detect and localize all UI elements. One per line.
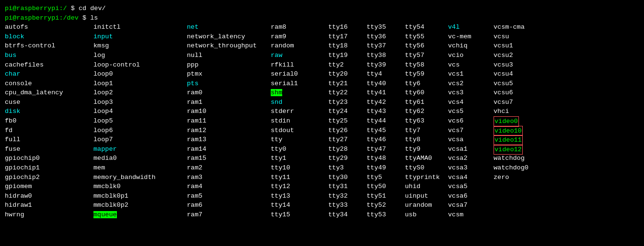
column-0: autofsblockbtrfs-controlbuscachefilescha… — [5, 22, 93, 219]
list-item: tty0 — [271, 145, 328, 154]
list-item: tty55 — [405, 32, 448, 42]
list-item: tty20 — [328, 69, 367, 79]
list-item: gpiochip2 — [5, 173, 93, 182]
list-item: tty10 — [271, 163, 328, 173]
list-item: vcsa2 — [448, 154, 494, 163]
list-item: usb — [405, 210, 448, 220]
list-item: tty60 — [405, 88, 448, 98]
list-item: gpiochip0 — [5, 154, 93, 163]
list-item: vcs6 — [448, 116, 494, 126]
list-item: vcs2 — [448, 79, 494, 89]
list-item: loop4 — [93, 107, 187, 116]
list-item: vcs4 — [448, 98, 494, 107]
list-item: tty46 — [367, 135, 405, 145]
list-item: tty42 — [367, 98, 405, 107]
list-item: video11 — [494, 135, 549, 145]
list-item: vcsa1 — [448, 145, 494, 154]
list-item: tty56 — [405, 41, 448, 51]
list-item: shm — [271, 88, 328, 98]
list-item: vcsm — [448, 210, 494, 220]
list-item: vcsa5 — [448, 182, 494, 191]
list-item: serial0 — [271, 69, 328, 79]
list-item: mmcblk0 — [93, 182, 187, 191]
list-item: loop5 — [93, 116, 187, 126]
list-item: vcsu5 — [494, 79, 549, 89]
list-item: network_latency — [187, 32, 271, 42]
list-item: tty26 — [328, 126, 367, 135]
list-item: tty43 — [367, 107, 405, 116]
list-item: fb0 — [5, 116, 93, 126]
list-item: disk — [5, 107, 93, 116]
list-item: input — [93, 32, 187, 42]
list-item: loop0 — [93, 69, 187, 79]
list-item: tty9 — [405, 145, 448, 154]
list-item: vcsu1 — [494, 41, 549, 51]
list-item: tty2 — [328, 60, 367, 70]
list-item: stdout — [271, 126, 328, 135]
list-item: tty28 — [328, 145, 367, 154]
list-item: vcs7 — [448, 126, 494, 135]
list-item: tty4 — [367, 69, 405, 79]
list-item: vchiq — [448, 41, 494, 51]
list-item: tty39 — [367, 60, 405, 70]
list-item: tty21 — [328, 79, 367, 89]
list-item: tty40 — [367, 79, 405, 89]
command-line-1: pi@raspberrypi:/ $ cd dev/ — [5, 4, 639, 13]
list-item: pts — [187, 79, 271, 89]
list-item: vc-mem — [448, 32, 494, 42]
list-item: gpiochip1 — [5, 163, 93, 173]
list-item: ttyprintk — [405, 173, 448, 182]
list-item: hidraw0 — [5, 191, 93, 201]
list-item: tty63 — [405, 116, 448, 126]
list-item: vcsu3 — [494, 60, 549, 70]
list-item: v4l — [448, 22, 494, 32]
list-item: ram2 — [187, 163, 271, 173]
list-item: mem — [93, 163, 187, 173]
list-item: vcsu — [494, 32, 549, 42]
list-item: tty8 — [405, 135, 448, 145]
column-1: initctlinputkmsglogloop-controlloop0loop… — [93, 22, 187, 219]
list-item: ppp — [187, 60, 271, 70]
prompt-1: pi@raspberrypi:/ — [5, 5, 67, 12]
prompt-2: pi@raspberrypi:/dev — [5, 14, 79, 22]
list-item: btrfs-control — [5, 41, 93, 51]
list-item: autofs — [5, 22, 93, 32]
list-item: tty33 — [328, 201, 367, 210]
list-item — [494, 201, 549, 210]
list-item: raw — [271, 51, 328, 60]
list-item: vcsa — [448, 135, 494, 145]
list-item: initctl — [93, 22, 187, 32]
list-item: tty3 — [328, 163, 367, 173]
list-item: net — [187, 22, 271, 32]
list-item: null — [187, 51, 271, 60]
list-item: kmsg — [93, 41, 187, 51]
list-item: tty58 — [405, 60, 448, 70]
list-item: tty47 — [367, 145, 405, 154]
list-item: tty59 — [405, 69, 448, 79]
list-item: ram12 — [187, 126, 271, 135]
column-3: ram8ram9randomrawrfkillserial0serial1shm… — [271, 22, 328, 219]
list-item: vcsa3 — [448, 163, 494, 173]
list-item: tty25 — [328, 116, 367, 126]
list-item: tty54 — [405, 22, 448, 32]
list-item: tty31 — [328, 182, 367, 191]
list-item: tty22 — [328, 88, 367, 98]
list-item: vcs — [448, 60, 494, 70]
list-item: tty35 — [367, 22, 405, 32]
terminal: pi@raspberrypi:/ $ cd dev/ pi@raspberryp… — [5, 4, 639, 220]
list-item: mmcblk0p1 — [93, 191, 187, 201]
column-5: tty35tty36tty37tty38tty39tty4tty40tty41t… — [367, 22, 405, 219]
list-item: tty36 — [367, 32, 405, 42]
list-item: cuse — [5, 98, 93, 107]
list-item: ram9 — [271, 32, 328, 42]
list-item: watchdog — [494, 154, 549, 163]
list-item: vcsu6 — [494, 88, 549, 98]
column-8: vcsm-cmavcsuvcsu1vcsu2vcsu3vcsu4vcsu5vcs… — [494, 22, 549, 219]
list-item: serial1 — [271, 79, 328, 89]
list-item: mqueue — [93, 210, 187, 220]
list-item: bus — [5, 51, 93, 60]
command-line-2: pi@raspberrypi:/dev $ ls — [5, 13, 639, 23]
list-item: tty38 — [367, 51, 405, 60]
list-item: tty7 — [405, 126, 448, 135]
list-item: vcio — [448, 51, 494, 60]
